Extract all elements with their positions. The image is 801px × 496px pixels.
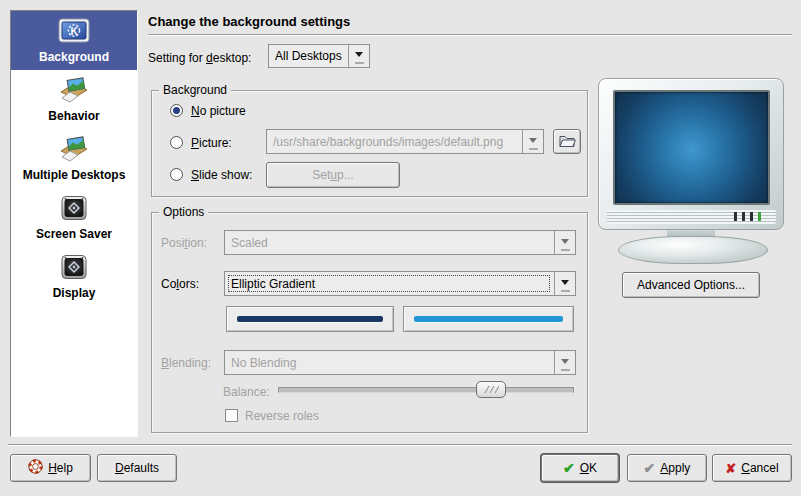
cancel-button-label: Cancel xyxy=(741,461,778,475)
title-separator xyxy=(148,34,792,36)
options-groupbox: Options Position: Scaled Colors: Ellipti… xyxy=(151,212,588,433)
balance-slider-handle xyxy=(476,381,506,398)
background-group-title: Background xyxy=(159,83,231,97)
desktop-stack-icon xyxy=(59,77,89,107)
cancel-button[interactable]: ✘ Cancel xyxy=(712,454,792,482)
blending-label: Blending: xyxy=(161,356,211,370)
primary-color-swatch xyxy=(237,316,383,322)
position-value: Scaled xyxy=(225,231,554,254)
colors-combo[interactable]: Elliptic Gradient xyxy=(224,271,576,296)
x-icon: ✘ xyxy=(725,461,736,476)
sidebar-item-screen-saver[interactable]: Screen Saver xyxy=(11,188,137,247)
monitor-stand xyxy=(618,236,768,264)
secondary-color-button[interactable] xyxy=(403,306,574,332)
life-buoy-icon xyxy=(28,459,43,477)
preview-screen xyxy=(613,90,770,205)
sidebar-item-label: Screen Saver xyxy=(36,228,112,241)
sidebar-item-label: Behavior xyxy=(48,110,99,123)
check-icon: ✔ xyxy=(563,460,575,476)
sidebar-item-label: Display xyxy=(53,287,96,300)
position-combo: Scaled xyxy=(224,230,576,255)
chevron-down-icon xyxy=(554,272,575,295)
setting-for-desktop-label: Setting for desktop: xyxy=(148,51,251,65)
svg-text:K: K xyxy=(70,26,78,37)
slideshow-setup-button: Setup... xyxy=(266,162,400,188)
position-label: Position: xyxy=(161,236,207,250)
dark-screen-icon xyxy=(60,254,88,284)
options-group-title: Options xyxy=(159,205,208,219)
blending-value: No Blending xyxy=(225,351,554,374)
slide-show-label[interactable]: Slide show: xyxy=(191,168,252,182)
dark-screen-icon xyxy=(60,195,88,225)
page-title: Change the background settings xyxy=(148,14,350,29)
setup-button-label: Setup... xyxy=(312,168,353,182)
ok-button[interactable]: ✔ OK xyxy=(541,454,619,482)
picture-path-value: /usr/share/backgrounds/images/default.pn… xyxy=(267,130,522,153)
apply-button-label: Apply xyxy=(660,461,690,475)
check-icon: ✔ xyxy=(644,460,656,476)
picture-path-combo: /usr/share/backgrounds/images/default.pn… xyxy=(266,129,544,154)
reverse-roles-label: Reverse roles xyxy=(245,409,319,423)
secondary-color-swatch xyxy=(414,316,563,322)
desktop-select-combo[interactable]: All Desktops xyxy=(268,44,370,68)
sidebar-item-multiple-desktops[interactable]: Multiple Desktops xyxy=(11,129,137,188)
advanced-options-label: Advanced Options... xyxy=(637,278,745,292)
chevron-down-icon xyxy=(522,130,543,153)
browse-picture-button[interactable] xyxy=(553,129,581,154)
desktop-select-value: All Desktops xyxy=(269,45,348,67)
reverse-roles-checkbox xyxy=(225,409,238,422)
no-picture-radio[interactable] xyxy=(170,104,183,117)
footer-separator xyxy=(8,444,792,446)
folder-icon xyxy=(558,133,576,151)
desktop-stack-icon xyxy=(59,136,89,166)
sidebar-item-label: Background xyxy=(39,51,109,64)
slider-groove xyxy=(278,387,574,393)
chevron-down-icon xyxy=(554,351,575,374)
module-sidebar: K Background Behavior xyxy=(10,10,138,437)
background-monitor-icon: K xyxy=(58,18,90,48)
ok-button-label: OK xyxy=(580,461,597,475)
defaults-button-label: Defaults xyxy=(115,461,159,475)
picture-label[interactable]: Picture: xyxy=(191,136,232,150)
background-preview-monitor xyxy=(598,78,784,230)
picture-radio[interactable] xyxy=(170,136,183,149)
sidebar-item-behavior[interactable]: Behavior xyxy=(11,70,137,129)
blending-combo: No Blending xyxy=(224,350,576,375)
advanced-options-button[interactable]: Advanced Options... xyxy=(622,272,760,298)
slide-show-radio[interactable] xyxy=(170,168,183,181)
monitor-leds xyxy=(734,212,761,221)
chevron-down-icon xyxy=(554,231,575,254)
sidebar-item-label: Multiple Desktops xyxy=(23,169,126,182)
balance-label: Balance: xyxy=(223,385,270,399)
sidebar-item-background[interactable]: K Background xyxy=(11,11,137,70)
background-groupbox: Background No picture Picture: /usr/shar… xyxy=(151,90,588,197)
defaults-button[interactable]: Defaults xyxy=(97,454,177,482)
primary-color-button[interactable] xyxy=(226,306,394,332)
help-button[interactable]: Help xyxy=(10,454,91,482)
apply-button[interactable]: ✔ Apply xyxy=(627,454,707,482)
no-picture-label[interactable]: No picture xyxy=(191,104,246,118)
colors-value: Elliptic Gradient xyxy=(225,272,554,295)
chevron-down-icon xyxy=(348,45,369,67)
sidebar-item-display[interactable]: Display xyxy=(11,247,137,306)
help-button-label: Help xyxy=(48,461,73,475)
balance-slider xyxy=(278,381,574,399)
colors-label: Colors: xyxy=(161,277,199,291)
